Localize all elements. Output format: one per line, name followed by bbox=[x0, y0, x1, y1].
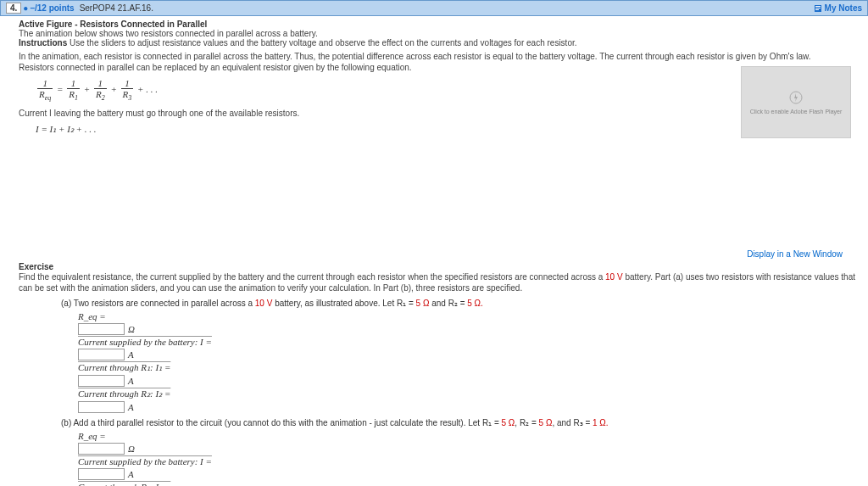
paragraph-1: In the animation, each resistor is conne… bbox=[19, 51, 860, 62]
input-a-i1[interactable] bbox=[78, 375, 125, 387]
question-number: 4. bbox=[6, 3, 21, 14]
input-a-req[interactable] bbox=[78, 323, 125, 335]
flash-placeholder[interactable]: Click to enable Adobe Flash Player bbox=[741, 66, 851, 138]
equation-parallel: 1Req = 1R1 + 1R2 + 1R3 + . . . bbox=[36, 78, 860, 103]
paragraph-2: Resistors connected in parallel can be r… bbox=[19, 62, 860, 73]
equation-current: I = I₁ + I₂ + . . . bbox=[36, 124, 860, 135]
input-a-i[interactable] bbox=[78, 349, 125, 360]
instructions-text: Use the sliders to adjust resistance val… bbox=[70, 38, 577, 47]
exercise-label: Exercise bbox=[19, 262, 860, 271]
figure-description: The animation below shows two resistors … bbox=[19, 29, 860, 38]
my-notes-button[interactable]: My Notes bbox=[814, 3, 862, 13]
svg-rect-2 bbox=[815, 8, 821, 8]
instructions-line: Instructions Use the sliders to adjust r… bbox=[19, 38, 860, 47]
svg-rect-1 bbox=[815, 6, 821, 7]
instructions-label: Instructions bbox=[19, 38, 67, 47]
paragraph-3: Current I leaving the battery must go th… bbox=[19, 108, 860, 119]
my-notes-label: My Notes bbox=[825, 3, 862, 13]
input-b-req[interactable] bbox=[78, 443, 125, 455]
exercise-intro: Find the equivalent resistance, the curr… bbox=[19, 271, 860, 293]
note-icon bbox=[814, 4, 822, 13]
flash-text: Click to enable Adobe Flash Player bbox=[750, 109, 843, 115]
input-b-i[interactable] bbox=[78, 468, 125, 480]
part-a: (a) Two resistors are connected in paral… bbox=[61, 299, 860, 413]
display-new-window-link[interactable]: Display in a New Window bbox=[19, 249, 843, 259]
part-b: (b) Add a third parallel resistor to the… bbox=[61, 418, 860, 486]
question-header: 4. ● –/12 points SerPOP4 21.AF.16. My No… bbox=[0, 0, 868, 16]
figure-title: Active Figure - Resistors Connected in P… bbox=[19, 20, 860, 29]
flash-icon bbox=[789, 91, 803, 104]
points-icon: ● bbox=[23, 3, 28, 13]
svg-rect-3 bbox=[815, 9, 819, 10]
book-reference: SerPOP4 21.AF.16. bbox=[80, 3, 153, 13]
input-a-i2[interactable] bbox=[78, 401, 125, 413]
points-label: –/12 points bbox=[30, 3, 74, 13]
